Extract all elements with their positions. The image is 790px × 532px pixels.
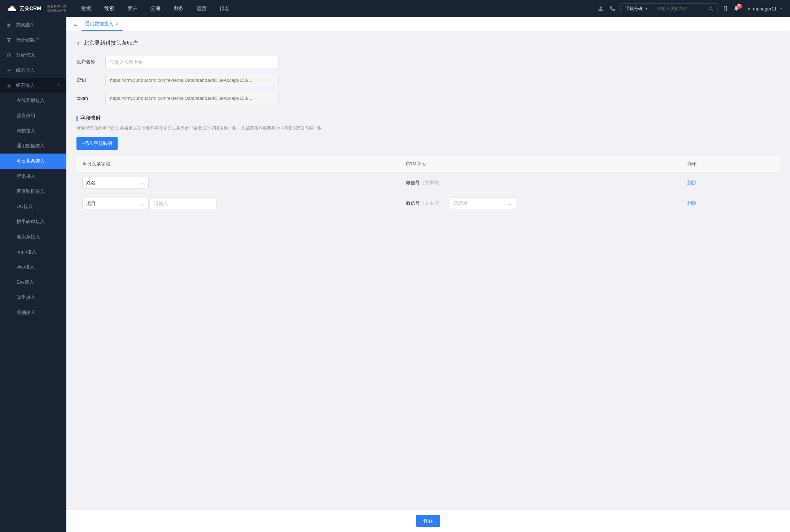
logo-subtitle: 教育机构一站 式服务云平台 [44,5,67,13]
sidebar-subitem[interactable]: oppo接入 [0,244,66,260]
nav-item[interactable]: 报名 [220,5,230,12]
svg-rect-3 [724,6,727,11]
crm-field-label: 微信号 [406,180,420,185]
sidebar-subitem[interactable]: 百度数据接入 [0,184,66,199]
add-mapping-button[interactable]: +添加字段映射 [76,137,118,150]
close-icon[interactable]: ✕ [115,21,119,26]
table-row: 项目 微信号（文本框） 请选择删除 [76,193,780,214]
chevron-down-icon: ▼ [780,7,783,10]
search-input[interactable] [654,6,705,11]
sidebar: 线索查询待分配客户分配情况线索导入线索接入⌃在线客服接入留言分组网校接入通用数据… [0,17,66,532]
logo-text: 云朵CRM [19,5,41,12]
back-icon [76,41,80,46]
save-button[interactable]: 保存 [416,515,440,527]
tabs-bar: 通用数据接入 ✕ [66,17,790,31]
chevron-up-icon: ⌃ [57,84,60,88]
field-extra-input[interactable] [150,198,216,209]
secret-input[interactable] [105,74,278,86]
sidebar-subitem[interactable]: 留言分组 [0,108,66,123]
nav-item[interactable]: 客户 [127,5,137,12]
header: 云朵CRM 教育机构一站 式服务云平台 数据线索客户公海财务运营报名 手机号码 … [0,0,790,17]
sidebar-subitem[interactable]: B站接入 [0,275,66,290]
tab-active[interactable]: 通用数据接入 ✕ [82,17,123,31]
account-name-input[interactable] [105,56,278,68]
sidebar-subitem[interactable]: 快手表单接入 [0,214,66,229]
section-title: 字段映射 [76,115,780,121]
nav-item[interactable]: 财务 [174,5,184,12]
notification-bell[interactable]: 5 [733,6,739,12]
secret-label: 密钥 [76,77,105,83]
sidebar-item[interactable]: 线索接入⌃ [0,78,66,93]
token-label: token [76,96,105,101]
token-input[interactable] [105,92,278,104]
status-dot-icon [748,8,750,10]
toutiao-field-select[interactable]: 项目 [82,198,149,209]
delete-link[interactable]: 删除 [687,180,697,185]
sidebar-icon [6,22,12,27]
sidebar-item[interactable]: 分配情况 [0,48,66,63]
phone-icon[interactable] [609,5,615,12]
user-plus-icon[interactable] [597,5,604,12]
mobile-icon[interactable] [723,6,728,12]
username: manager11 [753,6,777,12]
nav-item[interactable]: 公海 [150,5,161,12]
sidebar-item[interactable]: 线索查询 [0,17,66,32]
toutiao-field-select[interactable]: 姓名 [82,177,149,189]
crm-field-type: （文本框） [420,180,443,185]
sidebar-icon [6,53,12,58]
sidebar-subitem[interactable]: 网校接入 [0,123,66,138]
sidebar-subitem[interactable]: 腾讯接入 [0,169,66,184]
table-header: CRM字段 [400,156,681,173]
logo[interactable]: 云朵CRM 教育机构一站 式服务云平台 [7,4,67,14]
table-header: 今日头条字段 [76,156,400,173]
section-desc: 请确保您在此填写的头条自定义字段名称与在今日头条平台中自定义的字段名称一致，并且… [76,125,780,131]
nav-item[interactable]: 运营 [197,5,207,12]
table-row: 姓名微信号（文本框）删除 [76,173,780,193]
nav-item[interactable]: 数据 [81,5,91,12]
svg-rect-4 [7,23,11,27]
search-button[interactable] [705,6,717,12]
nav-item[interactable]: 线索 [104,5,114,12]
sidebar-subitem[interactable]: 今日头条接入 [0,154,66,169]
svg-point-2 [709,6,712,10]
sidebar-subitem[interactable]: 在线客服接入 [0,93,66,108]
svg-point-0 [600,6,602,9]
user-menu[interactable]: manager11 ▼ [748,6,783,12]
content: 通用数据接入 ✕ 北京昱新科技头条账户 账户名称 密钥 token 字段映射 [66,17,790,532]
sidebar-subitem[interactable]: vivo接入 [0,260,66,275]
crm-field-type: （文本框） [420,200,443,206]
page-title: 北京昱新科技头条账户 [84,40,138,46]
search-box: 手机号码 ▼ [620,3,717,14]
sidebar-subitem[interactable]: UC接入 [0,199,66,214]
sidebar-subitem[interactable]: 美柚接入 [0,305,66,320]
main-nav: 数据线索客户公海财务运营报名 [81,5,230,12]
sidebar-subitem[interactable]: 趣头条接入 [0,229,66,244]
sidebar-subitem[interactable]: 通用数据接入 [0,138,66,154]
crm-field-select[interactable]: 请选择 [450,198,516,209]
footer-bar: 保存 [66,509,790,532]
crm-field-label: 微信号 [406,200,420,206]
search-type-select[interactable]: 手机号码 ▼ [621,4,654,14]
page-title-back[interactable]: 北京昱新科技头条账户 [76,40,780,46]
table-header: 操作 [681,156,780,173]
cloud-icon [7,4,17,14]
sidebar-icon [6,83,12,88]
delete-link[interactable]: 删除 [687,200,697,206]
sidebar-item[interactable]: 待分配客户 [0,32,66,48]
sidebar-icon [6,68,12,73]
tabs-menu-icon[interactable] [69,22,82,27]
sidebar-icon [6,37,12,43]
sidebar-subitem[interactable]: 知乎接入 [0,290,66,305]
mapping-table: 今日头条字段CRM字段操作 姓名微信号（文本框）删除项目 微信号（文本框） 请选… [76,156,780,214]
sidebar-item[interactable]: 线索导入 [0,63,66,78]
notification-badge: 5 [737,4,742,9]
account-name-label: 账户名称 [76,59,105,65]
